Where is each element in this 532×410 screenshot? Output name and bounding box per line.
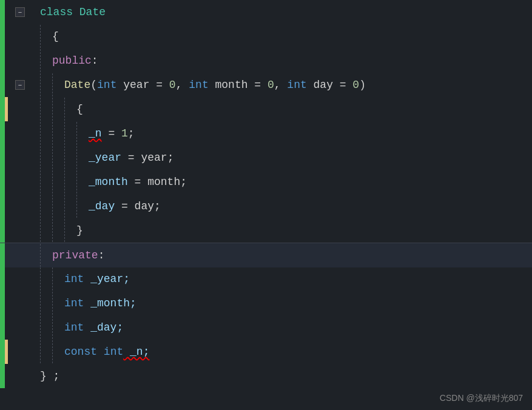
code-token: int bbox=[64, 297, 84, 309]
code-token: class bbox=[40, 6, 79, 18]
indent-guide bbox=[40, 73, 52, 96]
indent-guide bbox=[64, 219, 76, 242]
code-token: ; bbox=[47, 370, 60, 382]
code-token: _day; bbox=[84, 321, 123, 334]
left-bar bbox=[0, 73, 5, 97]
code-token: ; bbox=[128, 127, 135, 139]
fold-button[interactable]: − bbox=[15, 80, 25, 90]
line-row: } bbox=[0, 218, 532, 243]
line-row: −Date(int year = 0, int month = 0, int d… bbox=[0, 73, 532, 97]
code-token: ) bbox=[359, 79, 366, 91]
code-token: int bbox=[104, 346, 123, 358]
indent-guide bbox=[52, 219, 64, 242]
line-code: } ; bbox=[35, 364, 532, 388]
code-token: public bbox=[52, 55, 92, 67]
left-bar bbox=[0, 121, 5, 146]
indent-guide bbox=[52, 170, 64, 193]
code-token: = day; bbox=[115, 200, 161, 212]
code-token: int bbox=[64, 321, 84, 334]
line-row: int _month; bbox=[0, 291, 532, 315]
left-bar bbox=[0, 49, 5, 73]
left-bar bbox=[0, 0, 5, 24]
line-code: int _day; bbox=[35, 315, 532, 340]
code-token: const bbox=[64, 346, 97, 358]
line-code: const int _n; bbox=[35, 340, 532, 364]
indent-guide bbox=[64, 195, 76, 218]
indent-guide bbox=[40, 292, 52, 315]
code-token: int bbox=[287, 79, 306, 91]
indent-guide bbox=[64, 146, 76, 169]
code-token: int bbox=[64, 273, 84, 285]
line-gutter bbox=[5, 194, 35, 218]
code-token: 1 bbox=[121, 127, 128, 139]
code-token: _year; bbox=[84, 273, 130, 285]
left-bar bbox=[0, 291, 5, 315]
indent-guide bbox=[52, 195, 64, 218]
indent-guide bbox=[76, 122, 89, 145]
indent-guide bbox=[40, 25, 52, 48]
code-token: = bbox=[102, 127, 121, 139]
left-bar bbox=[0, 170, 5, 194]
indent-guide bbox=[40, 340, 52, 363]
code-token: Date bbox=[79, 6, 106, 18]
indent-guide bbox=[40, 146, 52, 169]
code-token: _year bbox=[89, 152, 121, 164]
left-bar bbox=[0, 315, 5, 340]
line-row: { bbox=[0, 24, 532, 49]
line-row: int _day; bbox=[0, 315, 532, 340]
code-token: } bbox=[40, 370, 47, 382]
line-code: _n = 1; bbox=[35, 121, 532, 146]
code-token: { bbox=[52, 30, 59, 42]
indent-guide bbox=[52, 292, 64, 315]
indent-guide bbox=[40, 244, 52, 267]
indent-guide bbox=[40, 122, 52, 145]
line-row: −class Date bbox=[0, 0, 532, 24]
line-gutter bbox=[5, 291, 35, 315]
line-gutter bbox=[5, 146, 35, 170]
line-code: { bbox=[35, 97, 532, 121]
indent-guide bbox=[76, 195, 89, 218]
code-token: , bbox=[176, 79, 189, 91]
left-bar bbox=[0, 194, 5, 218]
line-row: _day = day; bbox=[0, 194, 532, 218]
code-token: private bbox=[52, 249, 98, 261]
line-gutter: − bbox=[5, 73, 35, 97]
line-gutter bbox=[5, 315, 35, 340]
left-bar bbox=[0, 340, 5, 364]
left-bar bbox=[0, 97, 5, 121]
line-row: _n = 1; bbox=[0, 121, 532, 146]
left-bar bbox=[0, 364, 5, 388]
watermark: CSDN @浅碎时光807 bbox=[440, 393, 523, 404]
code-token: int bbox=[97, 79, 116, 91]
indent-guide bbox=[76, 146, 89, 169]
left-bar bbox=[0, 218, 5, 243]
line-gutter bbox=[5, 340, 35, 364]
line-row: _month = month; bbox=[0, 170, 532, 194]
indent-guide bbox=[40, 49, 52, 72]
code-token: _month; bbox=[84, 297, 136, 309]
code-token: ( bbox=[90, 79, 97, 91]
line-code: { bbox=[35, 24, 532, 49]
left-bar bbox=[0, 267, 5, 291]
code-token: 0 bbox=[352, 79, 359, 91]
line-row: int _year; bbox=[0, 267, 532, 291]
indent-guide bbox=[40, 219, 52, 242]
code-token: year = bbox=[116, 79, 169, 91]
code-token: { bbox=[76, 103, 83, 115]
code-token: : bbox=[98, 249, 105, 261]
line-gutter bbox=[5, 49, 35, 73]
line-gutter bbox=[5, 267, 35, 291]
indent-guide bbox=[40, 170, 52, 193]
indent-guide bbox=[52, 340, 64, 363]
line-code: _year = year; bbox=[35, 146, 532, 170]
line-row: } ; bbox=[0, 364, 532, 388]
line-gutter bbox=[5, 97, 35, 121]
indent-guide bbox=[40, 195, 52, 218]
indent-guide bbox=[52, 73, 64, 96]
fold-button[interactable]: − bbox=[15, 7, 25, 17]
code-token: int bbox=[189, 79, 208, 91]
indent-guide bbox=[40, 98, 52, 121]
code-token: month = bbox=[209, 79, 268, 91]
indent-guide bbox=[64, 98, 76, 121]
line-code: _day = day; bbox=[35, 194, 532, 218]
